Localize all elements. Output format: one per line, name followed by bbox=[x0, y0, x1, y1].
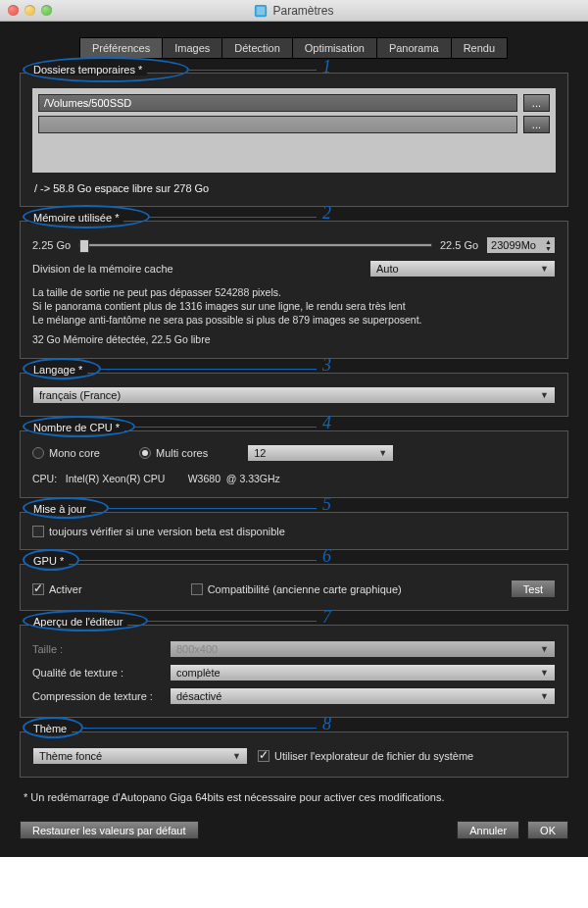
section-preview: Aperçu de l'éditeur 7 Taille : 800x400▼ … bbox=[20, 625, 568, 718]
section-title-language: Langage * bbox=[28, 364, 87, 376]
mono-core-radio[interactable]: Mono core bbox=[32, 447, 100, 459]
section-title-update: Mise à jour bbox=[28, 503, 91, 515]
theme-select[interactable]: Thème foncé▼ bbox=[32, 747, 248, 765]
tab-optimisation[interactable]: Optimisation bbox=[292, 37, 377, 59]
section-update: Mise à jour 5 toujours vérifier si une v… bbox=[20, 512, 568, 550]
texture-quality-select[interactable]: complète▼ bbox=[170, 664, 556, 681]
tab-render[interactable]: Rendu bbox=[451, 37, 508, 59]
language-value: français (France) bbox=[39, 389, 121, 401]
window-body: Préférences Images Détection Optimisatio… bbox=[0, 22, 588, 857]
memory-value-input[interactable] bbox=[487, 239, 542, 251]
gpu-activate-checkbox[interactable]: Activer bbox=[32, 583, 82, 595]
browse-path-1-button[interactable]: ... bbox=[523, 94, 550, 112]
ok-button[interactable]: OK bbox=[527, 821, 568, 839]
tab-detection[interactable]: Détection bbox=[221, 37, 292, 59]
memory-slider[interactable] bbox=[78, 243, 432, 247]
section-language: Langage * 3 français (France)▼ bbox=[20, 373, 568, 417]
temp-path-1-input[interactable] bbox=[38, 94, 517, 112]
memory-min-label: 2.25 Go bbox=[32, 239, 71, 251]
memory-note-3: Le mélange anti-fantôme ne sera pas poss… bbox=[32, 313, 556, 327]
section-title-temp: Dossiers temporaires * bbox=[28, 64, 147, 76]
texture-compression-select[interactable]: désactivé▼ bbox=[170, 687, 556, 705]
preview-size-select: 800x400▼ bbox=[170, 640, 556, 658]
multi-core-radio[interactable]: Multi cores bbox=[139, 447, 208, 459]
section-title-theme: Thème bbox=[28, 723, 72, 734]
language-select[interactable]: français (France)▼ bbox=[32, 386, 556, 404]
gpu-test-button[interactable]: Test bbox=[511, 580, 556, 598]
cache-division-label: Division de la mémoire cache bbox=[32, 263, 173, 275]
section-theme: Thème 8 Thème foncé▼ Utiliser l'explorat… bbox=[20, 731, 568, 778]
cache-division-value: Auto bbox=[376, 263, 399, 275]
tab-preferences[interactable]: Préférences bbox=[79, 37, 163, 59]
memory-note-1: La taille de sortie ne peut pas dépasser… bbox=[32, 285, 556, 299]
texture-quality-label: Qualité de texture : bbox=[32, 667, 160, 679]
cache-division-select[interactable]: Auto▼ bbox=[369, 260, 556, 277]
cpu-count-value: 12 bbox=[254, 447, 266, 459]
cpu-count-select[interactable]: 12▼ bbox=[247, 444, 394, 462]
section-title-cpu: Nombre de CPU * bbox=[28, 422, 124, 433]
section-temp-folders: Dossiers temporaires * 1 ... ... / -> 58… bbox=[20, 73, 568, 207]
section-cpu: Nombre de CPU * 4 Mono core Multi cores … bbox=[20, 430, 568, 498]
temp-paths-box: ... ... bbox=[32, 88, 556, 173]
memory-note-2: Si le panorama contient plus de 1316 ima… bbox=[32, 299, 556, 313]
titlebar: Paramètres bbox=[0, 0, 588, 22]
window-title: Paramètres bbox=[272, 4, 333, 18]
free-space-text: / -> 58.8 Go espace libre sur 278 Go bbox=[34, 182, 556, 194]
tab-bar: Préférences Images Détection Optimisatio… bbox=[20, 37, 568, 59]
memory-max-label: 22.5 Go bbox=[440, 239, 478, 251]
gpu-compat-checkbox[interactable]: Compatibilité (ancienne carte graphique) bbox=[191, 583, 402, 595]
preview-size-label: Taille : bbox=[32, 643, 160, 655]
beta-checkbox[interactable]: toujours vérifier si une version beta es… bbox=[32, 526, 556, 537]
restart-note: * Un redémarrage d'Autopano Giga 64bits … bbox=[24, 791, 568, 803]
svg-rect-1 bbox=[257, 6, 266, 15]
temp-path-2-input[interactable] bbox=[38, 116, 517, 133]
section-title-gpu: GPU * bbox=[28, 555, 69, 567]
cpu-info: CPU: Intel(R) Xeon(R) CPU W3680 @ 3.33GH… bbox=[32, 472, 556, 485]
app-icon bbox=[254, 4, 268, 18]
tab-panorama[interactable]: Panorama bbox=[376, 37, 452, 59]
section-gpu: GPU * 6 Activer Compatibilité (ancienne … bbox=[20, 564, 568, 611]
tab-images[interactable]: Images bbox=[162, 37, 222, 59]
section-title-memory: Mémoire utilisée * bbox=[28, 212, 123, 224]
memory-detected: 32 Go Mémoire détectée, 22.5 Go libre bbox=[32, 332, 556, 346]
restore-defaults-button[interactable]: Restaurer les valeurs par défaut bbox=[20, 821, 199, 839]
annotation-1: 1 bbox=[322, 57, 331, 77]
browse-path-2-button[interactable]: ... bbox=[523, 116, 550, 133]
texture-compression-label: Compression de texture : bbox=[32, 690, 160, 702]
section-memory: Mémoire utilisée * 2 2.25 Go 22.5 Go ▲▼ … bbox=[20, 221, 568, 359]
section-title-preview: Aperçu de l'éditeur bbox=[28, 616, 127, 628]
memory-spinner[interactable]: ▲▼ bbox=[486, 236, 556, 254]
cancel-button[interactable]: Annuler bbox=[457, 821, 519, 839]
system-explorer-checkbox[interactable]: Utiliser l'explorateur de fichier du sys… bbox=[258, 750, 473, 762]
